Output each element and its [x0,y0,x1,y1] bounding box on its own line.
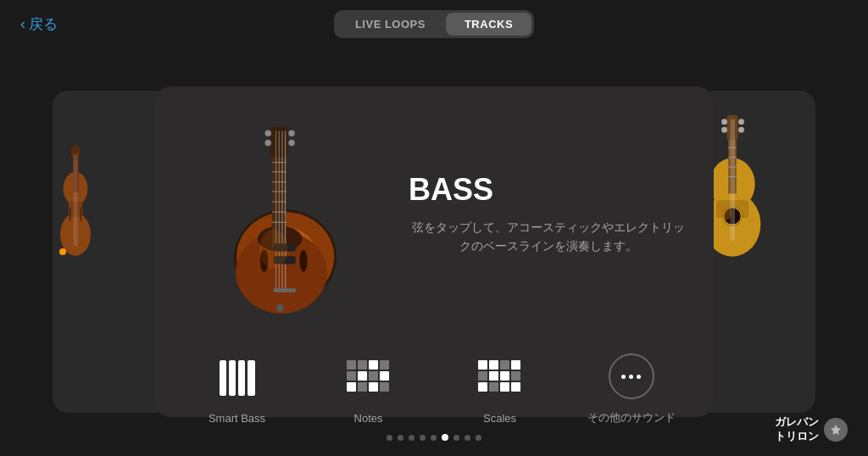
more-sounds-option[interactable]: その他のサウンド [581,349,682,425]
svg-rect-43 [369,360,378,370]
svg-point-74 [738,119,744,125]
tab-live-loops[interactable]: LIVE LOOPS [337,13,444,36]
more-sounds-label: その他のサウンド [587,410,676,425]
violin-image [53,116,99,269]
svg-rect-62 [489,382,498,392]
svg-rect-57 [478,371,487,381]
svg-rect-48 [380,371,389,381]
left-side-card[interactable] [53,91,171,413]
page-dot-2 [398,435,403,441]
page-indicators [387,434,481,441]
page-dot-1 [387,435,392,441]
svg-rect-50 [358,382,367,392]
svg-rect-64 [511,382,520,392]
svg-rect-59 [500,371,509,381]
svg-rect-44 [380,360,389,370]
svg-rect-49 [347,382,356,392]
svg-point-29 [288,140,294,146]
svg-point-40 [259,230,287,269]
svg-rect-60 [511,371,520,381]
page-dot-5 [431,435,437,441]
card-top-section: BASS 弦をタップして、アコースティックやエレクトリックのベースラインを演奏し… [154,86,714,341]
card-options-section: Smart Bass [154,341,714,434]
page-dot-8 [465,435,470,441]
instrument-title: BASS [409,172,688,208]
right-side-card[interactable] [697,91,815,413]
svg-rect-55 [500,360,509,370]
top-navigation: ‹ 戻る LIVE LOOPS TRACKS [0,0,868,47]
svg-rect-63 [500,382,509,392]
bass-image-area [180,103,383,324]
bass-guitar-image [205,103,358,324]
svg-point-75 [738,127,744,133]
page-dot-4 [420,435,426,441]
page-dot-3 [409,435,415,441]
page-dot-7 [453,435,459,441]
svg-rect-52 [380,382,389,392]
svg-rect-46 [358,371,367,381]
watermark-line2: トリロン [775,430,819,444]
scales-option[interactable]: Scales [449,351,551,425]
smart-bass-option[interactable]: Smart Bass [186,351,288,425]
watermark: ガレバン トリロン [775,415,848,444]
smart-bass-icon [210,351,264,405]
scales-label: Scales [483,412,516,425]
watermark-icon [824,418,848,442]
notes-label: Notes [354,412,383,425]
notes-icon [342,351,396,405]
svg-rect-53 [478,360,487,370]
notification-dot [59,248,66,255]
page-dot-6-active [442,434,448,441]
svg-rect-41 [347,360,356,370]
svg-point-28 [288,131,294,136]
back-chevron-icon: ‹ [20,15,25,33]
svg-rect-45 [347,371,356,381]
svg-point-27 [265,140,271,146]
instrument-info: BASS 弦をタップして、アコースティックやエレクトリックのベースラインを演奏し… [383,172,688,256]
svg-point-26 [265,131,271,136]
scales-icon [473,351,527,405]
tab-group: LIVE LOOPS TRACKS [334,10,534,38]
svg-point-37 [299,250,307,272]
back-button[interactable]: ‹ 戻る [20,14,58,34]
svg-rect-51 [369,382,378,392]
svg-rect-56 [511,360,520,370]
svg-rect-61 [478,382,487,392]
content-area: BASS 弦をタップして、アコースティックやエレクトリックのベースラインを演奏し… [0,47,868,456]
back-label: 戻る [29,14,58,34]
svg-rect-47 [369,371,378,381]
svg-rect-54 [489,360,498,370]
tab-tracks[interactable]: TRACKS [446,13,531,36]
instrument-description: 弦をタップして、アコースティックやエレクトリックのベースラインを演奏します。 [409,218,688,256]
svg-rect-58 [489,371,498,381]
watermark-line1: ガレバン [775,415,819,430]
svg-point-39 [276,304,284,312]
svg-point-72 [721,119,727,125]
more-sounds-icon [604,349,659,403]
svg-rect-38 [274,288,296,292]
smart-bass-label: Smart Bass [209,412,265,425]
svg-point-73 [721,127,727,133]
svg-point-83 [722,204,732,220]
page-dot-9 [476,435,481,441]
notes-option[interactable]: Notes [318,351,420,425]
svg-rect-42 [358,360,367,370]
main-instrument-card: BASS 弦をタップして、アコースティックやエレクトリックのベースラインを演奏し… [154,86,714,417]
